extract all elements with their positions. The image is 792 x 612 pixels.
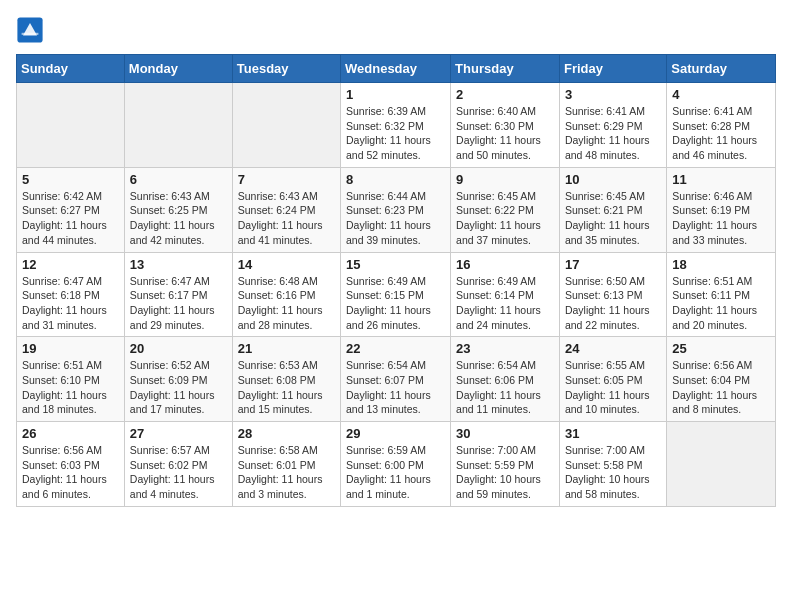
calendar-cell: 24Sunrise: 6:55 AMSunset: 6:05 PMDayligh… [559,337,666,422]
calendar-header-row: SundayMondayTuesdayWednesdayThursdayFrid… [17,55,776,83]
calendar-cell: 4Sunrise: 6:41 AMSunset: 6:28 PMDaylight… [667,83,776,168]
day-number: 21 [238,341,335,356]
day-number: 19 [22,341,119,356]
day-number: 16 [456,257,554,272]
weekday-header: Tuesday [232,55,340,83]
day-number: 9 [456,172,554,187]
day-info: Sunrise: 6:39 AMSunset: 6:32 PMDaylight:… [346,104,445,163]
day-info: Sunrise: 6:41 AMSunset: 6:28 PMDaylight:… [672,104,770,163]
day-number: 14 [238,257,335,272]
calendar-cell [17,83,125,168]
day-number: 5 [22,172,119,187]
day-number: 20 [130,341,227,356]
day-info: Sunrise: 6:47 AMSunset: 6:17 PMDaylight:… [130,274,227,333]
weekday-header: Sunday [17,55,125,83]
day-info: Sunrise: 6:52 AMSunset: 6:09 PMDaylight:… [130,358,227,417]
day-info: Sunrise: 6:47 AMSunset: 6:18 PMDaylight:… [22,274,119,333]
svg-rect-2 [22,33,39,35]
day-number: 11 [672,172,770,187]
day-info: Sunrise: 6:46 AMSunset: 6:19 PMDaylight:… [672,189,770,248]
day-number: 28 [238,426,335,441]
calendar-cell [124,83,232,168]
day-info: Sunrise: 6:53 AMSunset: 6:08 PMDaylight:… [238,358,335,417]
day-info: Sunrise: 6:42 AMSunset: 6:27 PMDaylight:… [22,189,119,248]
day-info: Sunrise: 6:48 AMSunset: 6:16 PMDaylight:… [238,274,335,333]
day-info: Sunrise: 6:51 AMSunset: 6:10 PMDaylight:… [22,358,119,417]
calendar-cell: 7Sunrise: 6:43 AMSunset: 6:24 PMDaylight… [232,167,340,252]
logo-icon [16,16,44,44]
day-info: Sunrise: 6:41 AMSunset: 6:29 PMDaylight:… [565,104,661,163]
day-info: Sunrise: 6:54 AMSunset: 6:06 PMDaylight:… [456,358,554,417]
day-number: 22 [346,341,445,356]
day-info: Sunrise: 6:54 AMSunset: 6:07 PMDaylight:… [346,358,445,417]
day-number: 2 [456,87,554,102]
calendar-week-row: 19Sunrise: 6:51 AMSunset: 6:10 PMDayligh… [17,337,776,422]
calendar-cell: 1Sunrise: 6:39 AMSunset: 6:32 PMDaylight… [341,83,451,168]
calendar-cell: 12Sunrise: 6:47 AMSunset: 6:18 PMDayligh… [17,252,125,337]
day-number: 31 [565,426,661,441]
day-number: 29 [346,426,445,441]
calendar-cell: 27Sunrise: 6:57 AMSunset: 6:02 PMDayligh… [124,422,232,507]
day-number: 6 [130,172,227,187]
calendar-cell: 2Sunrise: 6:40 AMSunset: 6:30 PMDaylight… [451,83,560,168]
calendar-cell: 26Sunrise: 6:56 AMSunset: 6:03 PMDayligh… [17,422,125,507]
calendar-cell: 13Sunrise: 6:47 AMSunset: 6:17 PMDayligh… [124,252,232,337]
day-number: 26 [22,426,119,441]
day-number: 23 [456,341,554,356]
calendar-week-row: 26Sunrise: 6:56 AMSunset: 6:03 PMDayligh… [17,422,776,507]
calendar-cell: 18Sunrise: 6:51 AMSunset: 6:11 PMDayligh… [667,252,776,337]
calendar-week-row: 12Sunrise: 6:47 AMSunset: 6:18 PMDayligh… [17,252,776,337]
day-info: Sunrise: 6:40 AMSunset: 6:30 PMDaylight:… [456,104,554,163]
day-info: Sunrise: 6:56 AMSunset: 6:04 PMDaylight:… [672,358,770,417]
day-number: 30 [456,426,554,441]
logo [16,16,48,44]
calendar-cell: 5Sunrise: 6:42 AMSunset: 6:27 PMDaylight… [17,167,125,252]
calendar-cell: 8Sunrise: 6:44 AMSunset: 6:23 PMDaylight… [341,167,451,252]
calendar-cell: 20Sunrise: 6:52 AMSunset: 6:09 PMDayligh… [124,337,232,422]
calendar-week-row: 5Sunrise: 6:42 AMSunset: 6:27 PMDaylight… [17,167,776,252]
day-number: 3 [565,87,661,102]
calendar-table: SundayMondayTuesdayWednesdayThursdayFrid… [16,54,776,507]
weekday-header: Saturday [667,55,776,83]
calendar-cell: 3Sunrise: 6:41 AMSunset: 6:29 PMDaylight… [559,83,666,168]
day-info: Sunrise: 6:44 AMSunset: 6:23 PMDaylight:… [346,189,445,248]
day-number: 24 [565,341,661,356]
day-info: Sunrise: 6:59 AMSunset: 6:00 PMDaylight:… [346,443,445,502]
calendar-cell: 25Sunrise: 6:56 AMSunset: 6:04 PMDayligh… [667,337,776,422]
calendar-cell: 14Sunrise: 6:48 AMSunset: 6:16 PMDayligh… [232,252,340,337]
calendar-cell: 31Sunrise: 7:00 AMSunset: 5:58 PMDayligh… [559,422,666,507]
calendar-cell: 21Sunrise: 6:53 AMSunset: 6:08 PMDayligh… [232,337,340,422]
day-number: 13 [130,257,227,272]
weekday-header: Friday [559,55,666,83]
day-info: Sunrise: 6:49 AMSunset: 6:15 PMDaylight:… [346,274,445,333]
calendar-cell: 23Sunrise: 6:54 AMSunset: 6:06 PMDayligh… [451,337,560,422]
calendar-cell: 10Sunrise: 6:45 AMSunset: 6:21 PMDayligh… [559,167,666,252]
day-number: 18 [672,257,770,272]
calendar-cell: 29Sunrise: 6:59 AMSunset: 6:00 PMDayligh… [341,422,451,507]
calendar-cell: 9Sunrise: 6:45 AMSunset: 6:22 PMDaylight… [451,167,560,252]
weekday-header: Wednesday [341,55,451,83]
day-number: 4 [672,87,770,102]
day-info: Sunrise: 6:49 AMSunset: 6:14 PMDaylight:… [456,274,554,333]
calendar-cell: 11Sunrise: 6:46 AMSunset: 6:19 PMDayligh… [667,167,776,252]
day-number: 1 [346,87,445,102]
page-header [16,16,776,44]
day-number: 10 [565,172,661,187]
calendar-cell [667,422,776,507]
day-number: 17 [565,257,661,272]
day-number: 25 [672,341,770,356]
calendar-cell: 16Sunrise: 6:49 AMSunset: 6:14 PMDayligh… [451,252,560,337]
day-info: Sunrise: 6:43 AMSunset: 6:25 PMDaylight:… [130,189,227,248]
day-info: Sunrise: 6:51 AMSunset: 6:11 PMDaylight:… [672,274,770,333]
day-info: Sunrise: 6:43 AMSunset: 6:24 PMDaylight:… [238,189,335,248]
calendar-week-row: 1Sunrise: 6:39 AMSunset: 6:32 PMDaylight… [17,83,776,168]
day-info: Sunrise: 7:00 AMSunset: 5:58 PMDaylight:… [565,443,661,502]
day-number: 15 [346,257,445,272]
calendar-cell: 22Sunrise: 6:54 AMSunset: 6:07 PMDayligh… [341,337,451,422]
day-info: Sunrise: 6:57 AMSunset: 6:02 PMDaylight:… [130,443,227,502]
calendar-cell: 15Sunrise: 6:49 AMSunset: 6:15 PMDayligh… [341,252,451,337]
day-info: Sunrise: 6:55 AMSunset: 6:05 PMDaylight:… [565,358,661,417]
day-info: Sunrise: 6:45 AMSunset: 6:22 PMDaylight:… [456,189,554,248]
day-info: Sunrise: 6:50 AMSunset: 6:13 PMDaylight:… [565,274,661,333]
day-info: Sunrise: 6:45 AMSunset: 6:21 PMDaylight:… [565,189,661,248]
